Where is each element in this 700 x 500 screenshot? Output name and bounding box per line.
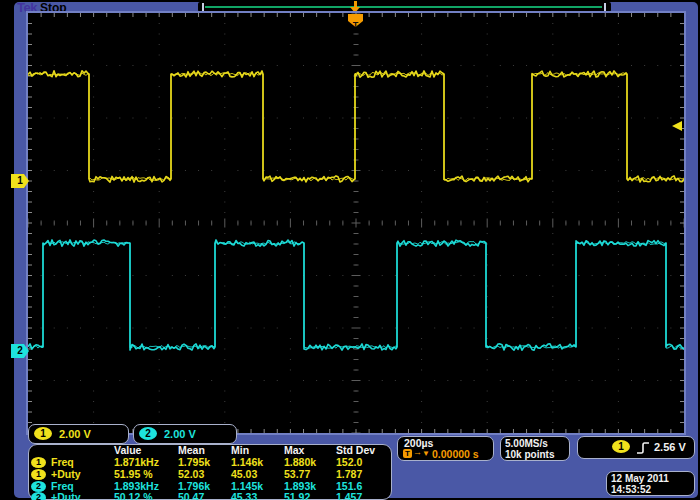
meas-cell: 51.92 (284, 492, 310, 500)
meas-cell: 51.95 % (114, 469, 153, 480)
col-header-max: Max (284, 445, 304, 456)
ch2-marker-label: 2 (17, 345, 23, 356)
ch1-badge: 1 (34, 427, 52, 440)
ch1-scale: 2.00 V (59, 428, 91, 440)
meas-row-badge: 2 (31, 481, 46, 492)
record-line (205, 6, 602, 8)
meas-cell: 45.03 (231, 469, 257, 480)
trigger-source-badge: 1 (612, 440, 630, 453)
meas-cell: 52.03 (178, 469, 204, 480)
meas-cell: 152.0 (336, 457, 362, 468)
horizontal-position: 0.00000 s (432, 449, 479, 460)
col-header-value: Value (114, 445, 141, 456)
record-bracket-left (202, 3, 204, 11)
record-length: 10k points (505, 449, 554, 460)
meas-row-badge: 1 (31, 457, 46, 468)
meas-cell: 50.12 % (114, 492, 153, 500)
meas-row-badge: 2 (31, 492, 46, 500)
col-header-min: Min (231, 445, 249, 456)
meas-cell: 1.795k (178, 457, 210, 468)
meas-cell: 1.787 (336, 469, 362, 480)
ch2-scale: 2.00 V (164, 428, 196, 440)
meas-row-badge: 1 (31, 469, 46, 480)
time-label: 14:53:52 (611, 484, 651, 495)
ch2-badge: 2 (139, 427, 157, 440)
ch1-marker-label: 1 (17, 175, 23, 186)
trigger-t-icon: T (403, 449, 412, 458)
waveform-canvas (28, 13, 684, 433)
sample-rate: 5.00MS/s (505, 438, 548, 449)
date-label: 12 May 2011 (611, 473, 669, 484)
reference-marker-icon: ▼ (422, 449, 430, 458)
oscilloscope-screen: Tek Stop T 1 2 1 2.00 V 2 2.00 V Value M… (0, 0, 700, 500)
meas-cell: 45.33 (231, 492, 257, 500)
meas-cell: 50.47 (178, 492, 204, 500)
col-header-mean: Mean (178, 445, 205, 456)
meas-row-label: +Duty (51, 469, 80, 480)
meas-cell: 1.871kHz (114, 457, 159, 468)
rising-slope-icon (636, 440, 650, 456)
meas-cell: 53.77 (284, 469, 310, 480)
meas-cell: 1.146k (231, 457, 263, 468)
trigger-level-arrow-icon (672, 121, 682, 131)
arrow-right-icon: → (413, 447, 422, 457)
graticule-area (26, 11, 686, 435)
record-bracket-right (604, 3, 606, 11)
meas-row-label: +Duty (51, 492, 80, 500)
meas-row-label: Freq (51, 457, 74, 468)
trigger-level: 2.56 V (654, 441, 686, 453)
meas-cell: 1.457 (336, 492, 362, 500)
meas-cell: 1.880k (284, 457, 316, 468)
col-header-stddev: Std Dev (336, 445, 375, 456)
